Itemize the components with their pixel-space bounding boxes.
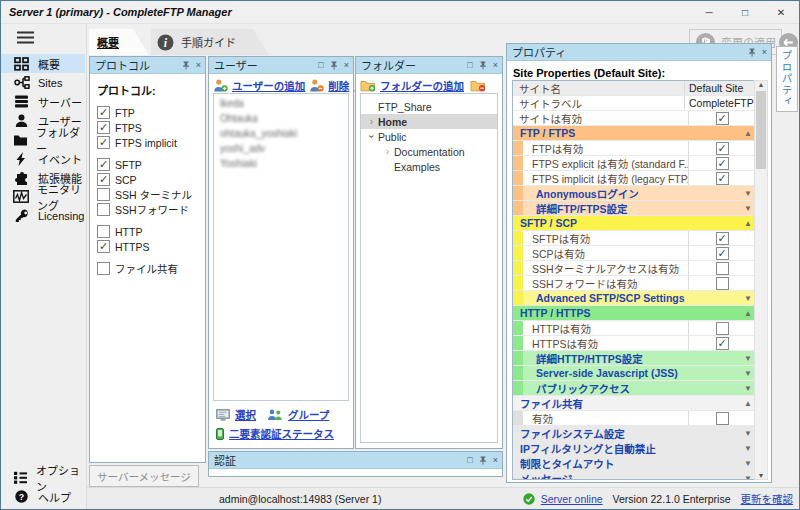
- property-section-header[interactable]: HTTP / HTTPS▲: [513, 306, 755, 321]
- add-folder-link[interactable]: フォルダーの追加: [380, 78, 464, 93]
- checkbox[interactable]: [716, 277, 729, 290]
- minimize-button[interactable]: ─: [691, 1, 727, 23]
- pin-icon[interactable]: [330, 61, 338, 70]
- delete-user-link[interactable]: 削除: [328, 78, 349, 93]
- user-list-item[interactable]: Yoshiaki: [220, 158, 342, 173]
- remove-folder-icon[interactable]: [470, 79, 486, 92]
- server-online-link[interactable]: Server online: [541, 493, 603, 505]
- properties-vertical-tab[interactable]: プロパティ: [776, 46, 798, 112]
- checkbox[interactable]: ✓: [716, 232, 729, 245]
- protocol-row[interactable]: ✓SFTP: [97, 157, 199, 172]
- close-panel-icon[interactable]: ×: [493, 456, 498, 465]
- checkbox[interactable]: ✓: [716, 157, 729, 170]
- checkbox[interactable]: ✓: [716, 172, 729, 185]
- sidebar-item-event-bolt[interactable]: イベント: [1, 149, 85, 168]
- sidebar-item-server[interactable]: サーバー: [1, 92, 85, 111]
- sidebar-item-monitoring-wave[interactable]: モニタリング: [1, 187, 85, 206]
- checkbox[interactable]: ✓: [716, 142, 729, 155]
- property-section-header[interactable]: パブリックアクセス▼: [513, 381, 755, 396]
- menu-icon[interactable]: [17, 31, 34, 44]
- close-panel-icon[interactable]: ×: [196, 61, 201, 70]
- folder-tree[interactable]: FTP_Share›Home›Public›DocumentationExamp…: [360, 93, 498, 443]
- tree-expander-icon[interactable]: ›: [365, 116, 378, 127]
- pin-icon[interactable]: [748, 48, 756, 57]
- close-button[interactable]: ✕: [763, 1, 799, 23]
- pin-icon[interactable]: [479, 61, 487, 70]
- protocol-row[interactable]: ✓FTP: [97, 105, 199, 120]
- protocol-row[interactable]: ✓FTPS implicit: [97, 135, 199, 150]
- user-list[interactable]: lkedaOhtaukaohtauka_yoshiakiyoshi_advYos…: [213, 93, 349, 401]
- tree-item[interactable]: Examples: [361, 159, 497, 174]
- collapse-arrow-icon[interactable]: ▲: [741, 396, 755, 410]
- property-section-header[interactable]: メッセージ▼: [513, 471, 755, 480]
- properties-scrollbar[interactable]: ▲ ▼: [754, 80, 768, 480]
- protocol-row[interactable]: ✓FTPS: [97, 120, 199, 135]
- tree-expander-icon[interactable]: ›: [366, 130, 377, 143]
- property-section-header[interactable]: FTP / FTPS▲: [513, 126, 755, 141]
- collapse-arrow-icon[interactable]: ▼: [741, 201, 755, 215]
- select-link[interactable]: 選択: [235, 407, 256, 422]
- protocol-row[interactable]: ファイル共有: [97, 261, 199, 276]
- tab-overview[interactable]: 概要: [89, 29, 149, 55]
- collapse-arrow-icon[interactable]: ▼: [741, 471, 755, 480]
- collapse-arrow-icon[interactable]: ▲: [741, 216, 755, 230]
- sidebar-item-overview-grid[interactable]: 概要: [1, 54, 85, 73]
- tree-item[interactable]: ›Documentation: [361, 144, 497, 159]
- scroll-thumb[interactable]: [756, 91, 766, 169]
- sidebar-item-folder[interactable]: フォルダー: [1, 130, 85, 149]
- sidebar-item-sites[interactable]: Sites: [1, 73, 85, 92]
- server-messages-tab[interactable]: サーバーメッセージ: [89, 465, 199, 487]
- collapse-arrow-icon[interactable]: ▼: [741, 426, 755, 440]
- collapse-arrow-icon[interactable]: ▼: [741, 456, 755, 470]
- two-factor-status-link[interactable]: 二要素認証ステータス: [229, 426, 334, 441]
- check-updates-link[interactable]: 更新を確認: [741, 491, 794, 506]
- close-panel-icon[interactable]: ×: [762, 48, 767, 57]
- sidebar-item-options-list[interactable]: オプション: [1, 468, 85, 487]
- checkbox[interactable]: ✓: [97, 240, 110, 253]
- collapse-arrow-icon[interactable]: ▼: [741, 366, 755, 380]
- checkbox[interactable]: [716, 322, 729, 335]
- property-section-header[interactable]: 制限とタイムアウト▼: [513, 456, 755, 471]
- tree-item[interactable]: ›Public: [361, 129, 497, 144]
- user-list-item[interactable]: ohtauka_yoshiaki: [220, 128, 342, 143]
- collapse-arrow-icon[interactable]: ▼: [741, 291, 755, 305]
- protocol-row[interactable]: ✓SCP: [97, 172, 199, 187]
- protocol-row[interactable]: SSHフォワード: [97, 202, 199, 217]
- collapse-arrow-icon[interactable]: ▲: [741, 126, 755, 140]
- maximize-panel-icon[interactable]: □: [467, 61, 472, 70]
- close-panel-icon[interactable]: ×: [493, 61, 498, 70]
- maximize-panel-icon[interactable]: □: [467, 456, 472, 465]
- tab-step-guide[interactable]: i 手順ガイド: [151, 29, 269, 55]
- pin-icon[interactable]: [479, 456, 487, 465]
- property-section-header[interactable]: ファイル共有▲: [513, 396, 755, 411]
- close-panel-icon[interactable]: ×: [344, 61, 349, 70]
- scroll-up-icon[interactable]: ▲: [758, 81, 765, 88]
- property-section-header[interactable]: 詳細HTTP/HTTPS設定▼: [513, 351, 755, 366]
- collapse-arrow-icon[interactable]: ▼: [741, 186, 755, 200]
- user-list-item[interactable]: yoshi_adv: [220, 143, 342, 158]
- property-section-header[interactable]: ファイルシステム設定▼: [513, 426, 755, 441]
- add-user-link[interactable]: ユーザーの追加: [232, 78, 305, 93]
- checkbox[interactable]: [97, 188, 110, 201]
- protocol-row[interactable]: SSH ターミナル: [97, 187, 199, 202]
- property-section-header[interactable]: 詳細FTP/FTPS設定▼: [513, 201, 755, 216]
- property-section-header[interactable]: Advanced SFTP/SCP Settings▼: [513, 291, 755, 306]
- checkbox[interactable]: ✓: [716, 112, 729, 125]
- collapse-arrow-icon[interactable]: ▲: [741, 306, 755, 320]
- checkbox[interactable]: ✓: [716, 247, 729, 260]
- scroll-down-icon[interactable]: ▼: [758, 472, 765, 479]
- checkbox[interactable]: ✓: [97, 106, 110, 119]
- tree-item[interactable]: ›Home: [361, 114, 497, 129]
- checkbox[interactable]: [97, 203, 110, 216]
- user-list-item[interactable]: lkeda: [220, 98, 342, 113]
- pin-icon[interactable]: [182, 61, 190, 70]
- checkbox[interactable]: ✓: [716, 337, 729, 350]
- collapse-arrow-icon[interactable]: ▼: [741, 381, 755, 395]
- protocol-row[interactable]: HTTP: [97, 224, 199, 239]
- checkbox[interactable]: [97, 262, 110, 275]
- checkbox[interactable]: [716, 412, 729, 425]
- protocol-row[interactable]: ✓HTTPS: [97, 239, 199, 254]
- checkbox[interactable]: ✓: [97, 173, 110, 186]
- checkbox[interactable]: ✓: [97, 121, 110, 134]
- property-section-header[interactable]: SFTP / SCP▲: [513, 216, 755, 231]
